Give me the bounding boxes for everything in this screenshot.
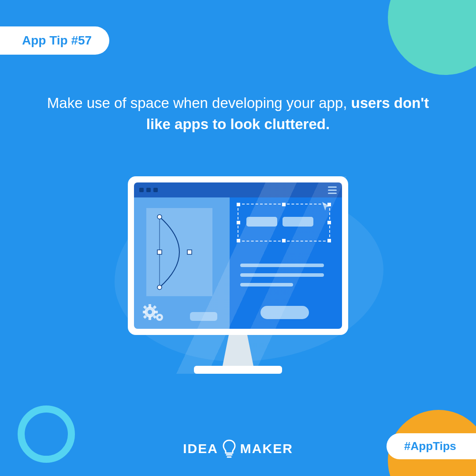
small-button-placeholder	[190, 312, 217, 321]
gear-icon	[143, 304, 167, 324]
svg-point-2	[157, 285, 162, 290]
hashtag-label: #AppTips	[404, 439, 456, 453]
tip-headline: Make use of space when developing your a…	[40, 93, 436, 135]
tab-placeholder	[283, 217, 313, 227]
bezier-curve-icon	[146, 208, 212, 296]
svg-rect-6	[149, 304, 151, 308]
svg-rect-7	[149, 316, 151, 320]
window-titlebar	[134, 182, 342, 197]
svg-rect-3	[157, 250, 162, 254]
text-line-placeholder	[240, 273, 324, 277]
monitor-illustration	[128, 176, 348, 374]
lightbulb-icon	[222, 439, 237, 458]
logo-left: IDEA	[183, 441, 218, 456]
text-line-placeholder	[240, 264, 324, 267]
cta-button-placeholder	[260, 306, 309, 319]
logo-right: MAKER	[240, 441, 293, 456]
monitor-stand-base	[194, 366, 282, 374]
svg-rect-8	[143, 311, 145, 313]
tab-placeholder	[246, 217, 277, 227]
hamburger-menu-icon	[328, 186, 337, 194]
svg-point-1	[157, 215, 162, 219]
headline-regular: Make use of space when developing your a…	[47, 95, 351, 111]
tip-number-badge: App Tip #57	[0, 26, 109, 55]
tip-card: App Tip #57 Make use of space when devel…	[0, 0, 476, 476]
svg-point-16	[158, 316, 161, 319]
svg-rect-4	[187, 250, 192, 254]
layout-preview-pane	[230, 197, 342, 329]
monitor-stand-neck	[223, 335, 253, 366]
svg-rect-9	[154, 311, 158, 313]
workspace-split	[134, 197, 342, 329]
svg-point-14	[148, 310, 152, 314]
design-canvas-pane	[134, 197, 230, 329]
tip-number-label: App Tip #57	[22, 33, 92, 47]
teal-circle-decoration	[388, 0, 476, 75]
monitor-frame	[128, 176, 348, 335]
text-line-placeholder	[240, 283, 293, 286]
monitor-screen	[134, 182, 342, 329]
window-controls-icon	[139, 188, 158, 192]
hashtag-badge: #AppTips	[387, 433, 476, 459]
